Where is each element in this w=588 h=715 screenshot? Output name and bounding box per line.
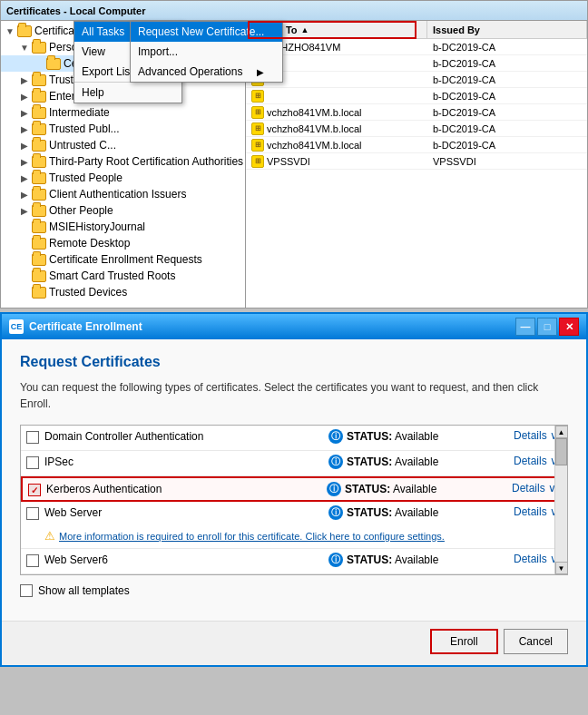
list-row[interactable]: ⊞ b-DC2019-CA xyxy=(246,88,587,104)
folder-icon xyxy=(32,140,46,152)
cert-row-domain-controller[interactable]: Domain Controller Authentication ⓘ STATU… xyxy=(21,426,567,451)
maximize-button[interactable]: □ xyxy=(537,318,557,336)
web-server6-status: ⓘ STATUS: Available xyxy=(328,553,510,567)
status-info-icon: ⓘ xyxy=(328,455,343,469)
expand-icon: ▶ xyxy=(17,138,32,152)
folder-icon xyxy=(32,254,46,266)
list-row[interactable]: ⊞ b-DC2019-CA xyxy=(246,55,587,72)
status-info-icon: ⓘ xyxy=(328,505,343,520)
close-button[interactable]: ✕ xyxy=(559,318,579,336)
cert-row-web-server6[interactable]: Web Server6 ⓘ STATUS: Available Details … xyxy=(21,549,567,574)
issued-by-cell: b-DC2019-CA xyxy=(427,139,587,152)
folder-icon xyxy=(32,74,46,86)
list-header: Issued To ▲ Issued By xyxy=(246,21,587,39)
cert-row-kerberos[interactable]: ✓ Kerberos Authentication ⓘ STATUS: Avai… xyxy=(21,476,567,502)
tree-item-trusted-people[interactable]: ▶ Trusted People xyxy=(1,170,245,186)
arrow-icon: ▶ xyxy=(257,67,264,77)
kerberos-checkbox[interactable]: ✓ xyxy=(28,484,41,496)
issued-to-cell: ⊞ VPSSVDI xyxy=(246,154,427,169)
enrollment-description: You can request the following types of c… xyxy=(20,379,568,412)
import-menu-item[interactable]: Import... xyxy=(131,42,282,62)
kerberos-details-btn[interactable]: Details ∨ xyxy=(508,482,560,495)
web-server-name: Web Server xyxy=(44,505,328,519)
list-row[interactable]: ⊞ b-DC2019-CA xyxy=(246,72,587,88)
issued-by-label: Issued By xyxy=(433,24,480,35)
cert-row-ipsec[interactable]: IPSec ⓘ STATUS: Available Details ∨ xyxy=(21,451,567,476)
list-row[interactable]: ⊞ VPSSVDI VPSSVDI xyxy=(246,153,587,170)
cert-row-web-server[interactable]: Web Server ⓘ STATUS: Available Details ∨ xyxy=(21,502,567,527)
scroll-track xyxy=(555,438,567,562)
folder-icon xyxy=(32,205,46,217)
issued-by-cell: b-DC2019-CA xyxy=(427,73,587,86)
tree-item-msie-history[interactable]: MSIEHistoryJournal xyxy=(1,219,245,235)
scrollbar[interactable]: ▲ ▼ xyxy=(554,426,567,574)
tree-item-remote-desktop[interactable]: Remote Desktop xyxy=(1,235,245,251)
scroll-up-arrow[interactable]: ▲ xyxy=(555,426,568,438)
web-server-checkbox[interactable] xyxy=(26,507,39,520)
cert-icon: ⊞ xyxy=(251,155,264,168)
folder-icon xyxy=(32,221,46,233)
folder-icon xyxy=(32,107,46,119)
tree-label: MSIEHistoryJournal xyxy=(49,220,145,233)
status-text: STATUS: Available xyxy=(347,506,438,519)
show-all-templates-checkbox[interactable] xyxy=(20,584,33,597)
tree-label: Trusted Publ... xyxy=(49,122,120,135)
minimize-button[interactable]: — xyxy=(515,318,535,336)
scroll-down-arrow[interactable]: ▼ xyxy=(555,562,568,574)
folder-icon xyxy=(32,42,46,54)
issued-by-cell: b-DC2019-CA xyxy=(427,106,587,119)
expand-icon xyxy=(17,252,32,267)
list-row[interactable]: ⊞ vchzho841VM.b.local b-DC2019-CA xyxy=(246,104,587,121)
web-server6-name: Web Server6 xyxy=(44,553,328,566)
tree-item-smart-card[interactable]: Smart Card Trusted Roots xyxy=(1,268,245,284)
status-info-icon: ⓘ xyxy=(328,553,343,567)
issued-to-cell: ⊞ xyxy=(246,89,427,103)
tree-item-other-people[interactable]: ▶ Other People xyxy=(1,202,245,219)
web-server6-checkbox[interactable] xyxy=(26,554,39,567)
expand-icon: ▶ xyxy=(17,171,32,185)
tree-label: Trusted Devices xyxy=(49,286,127,299)
scroll-thumb[interactable] xyxy=(555,438,567,465)
web-server-warning-link[interactable]: More information is required to enroll f… xyxy=(59,531,445,542)
web-server-status: ⓘ STATUS: Available xyxy=(328,505,510,520)
tree-item-trusted-publ[interactable]: ▶ Trusted Publ... xyxy=(1,121,245,137)
request-new-cert-menu-item[interactable]: Request New Certificate... xyxy=(131,22,282,42)
status-text: STATUS: Available xyxy=(347,430,438,443)
tree-item-third-party[interactable]: ▶ Third-Party Root Certification Authori… xyxy=(1,153,245,170)
warning-icon: ⚠ xyxy=(44,529,55,543)
ipsec-checkbox[interactable] xyxy=(26,456,39,469)
domain-controller-checkbox[interactable] xyxy=(26,431,39,444)
enroll-button[interactable]: Enroll xyxy=(430,629,498,654)
list-row[interactable]: ⊞ vchzho841VM.b.local b-DC2019-CA xyxy=(246,137,587,153)
tree-item-cert-enrollment[interactable]: Certificate Enrollment Requests xyxy=(1,251,245,268)
title-icon-label: CE xyxy=(11,322,23,331)
tree-item-trusted-devices[interactable]: Trusted Devices xyxy=(1,284,245,300)
issued-by-cell: b-DC2019-CA xyxy=(427,41,587,54)
cancel-button[interactable]: Cancel xyxy=(504,629,568,654)
folder-icon xyxy=(32,287,46,299)
issued-by-cell: VPSSVDI xyxy=(427,155,587,168)
issued-to-value: vchzho841VM.b.local xyxy=(267,140,362,151)
help-menu-item[interactable]: Help xyxy=(74,83,181,103)
tree-item-untrusted[interactable]: ▶ Untrusted C... xyxy=(1,137,245,153)
all-tasks-submenu[interactable]: Request New Certificate... Import... Adv… xyxy=(130,21,283,83)
tree-item-intermediate[interactable]: ▶ Intermediate xyxy=(1,104,245,121)
folder-icon xyxy=(32,123,46,135)
cert-row-web-server-wrapper: Web Server ⓘ STATUS: Available Details ∨… xyxy=(21,502,567,549)
tree-label: Trusted People xyxy=(49,171,122,184)
web-server-warning: ⚠ More information is required to enroll… xyxy=(21,527,567,548)
folder-icon xyxy=(32,91,46,103)
folder-icon xyxy=(32,270,46,282)
enrollment-body: Request Certificates You can request the… xyxy=(2,339,586,621)
kerberos-status: ⓘ STATUS: Available xyxy=(327,482,508,496)
cert-manager-header: Certificates - Local Computer xyxy=(1,1,587,21)
ipsec-name: IPSec xyxy=(44,455,328,468)
tree-item-client-auth[interactable]: ▶ Client Authentication Issuers xyxy=(1,186,245,202)
expand-icon: ▶ xyxy=(17,89,32,103)
issued-by-header[interactable]: Issued By xyxy=(427,21,587,38)
list-row[interactable]: ⊞ vchzho841VM.b.local b-DC2019-CA xyxy=(246,121,587,137)
list-row[interactable]: ⊞ VCHZHO841VM b-DC2019-CA xyxy=(246,39,587,55)
status-text: STATUS: Available xyxy=(347,553,438,566)
advanced-operations-menu-item[interactable]: Advanced Operations ▶ xyxy=(131,62,282,82)
issued-to-cell: ⊞ vchzho841VM.b.local xyxy=(246,122,427,136)
